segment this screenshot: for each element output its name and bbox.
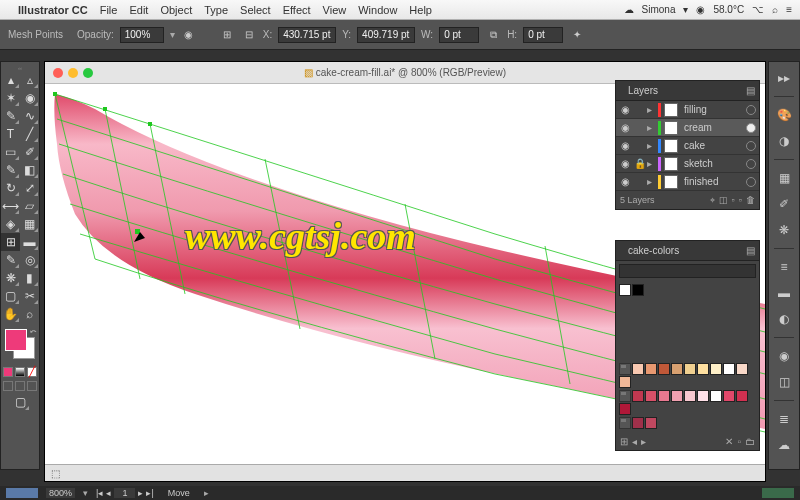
swatch[interactable] [632, 363, 644, 375]
visibility-icon[interactable]: ◉ [619, 158, 631, 169]
status-menu-icon[interactable]: ≡ [786, 4, 792, 15]
swatch-group-icon[interactable] [619, 363, 631, 375]
color-mode-gradient[interactable] [15, 367, 25, 377]
swatch[interactable] [736, 390, 748, 402]
swatch[interactable] [658, 363, 670, 375]
fill-color[interactable] [5, 329, 27, 351]
direct-selection-tool[interactable]: ▵ [20, 71, 39, 89]
paintbrush-tool[interactable]: ✐ [20, 143, 39, 161]
screen-mode[interactable]: ▢ [10, 393, 30, 411]
pen-tool[interactable]: ✎ [1, 107, 20, 125]
swatch-kinds-icon[interactable]: ◂ [632, 436, 637, 447]
status-switch-icon[interactable]: ⌥ [752, 4, 764, 15]
swatch[interactable] [710, 390, 722, 402]
target-icon[interactable] [746, 177, 756, 187]
swatch-libraries-icon[interactable]: ⊞ [620, 436, 628, 447]
swatch[interactable] [697, 363, 709, 375]
visibility-icon[interactable]: ◉ [619, 140, 631, 151]
slice-tool[interactable]: ✂ [20, 287, 39, 305]
status-user[interactable]: Simona [642, 4, 676, 15]
delete-layer-icon[interactable]: 🗑 [746, 195, 755, 206]
visibility-icon[interactable]: ◉ [619, 176, 631, 187]
layer-row-sketch[interactable]: ◉🔒▸sketch [616, 155, 759, 173]
swatch[interactable] [723, 390, 735, 402]
swatch[interactable] [632, 284, 644, 296]
thumb-2[interactable] [762, 488, 794, 498]
target-icon[interactable] [746, 159, 756, 169]
curvature-tool[interactable]: ∿ [20, 107, 39, 125]
visibility-icon[interactable]: ◉ [619, 122, 631, 133]
swatches-panel-icon[interactable]: ▦ [774, 168, 794, 188]
zoom-tool[interactable]: ⌕ [20, 305, 39, 323]
make-clipping-mask-icon[interactable]: ◫ [719, 195, 728, 206]
color-picker[interactable]: ⤺ [5, 329, 35, 359]
stroke-panel-icon[interactable]: ≡ [774, 257, 794, 277]
status-chevron-icon[interactable]: ▾ [683, 4, 688, 15]
opacity-input[interactable] [120, 27, 164, 43]
brushes-panel-icon[interactable]: ✐ [774, 194, 794, 214]
swatch[interactable] [697, 390, 709, 402]
menu-file[interactable]: File [100, 4, 118, 16]
hand-tool[interactable]: ✋ [1, 305, 20, 323]
free-transform-tool[interactable]: ▱ [20, 197, 39, 215]
menu-effect[interactable]: Effect [283, 4, 311, 16]
type-tool[interactable]: T [1, 125, 20, 143]
x-input[interactable] [278, 27, 336, 43]
target-icon[interactable] [746, 141, 756, 151]
expand-icon[interactable]: ▸ [647, 176, 655, 187]
swatch-group-icon[interactable] [619, 417, 631, 429]
symbol-sprayer-tool[interactable]: ❋ [1, 269, 20, 287]
gradient-panel-icon[interactable]: ▬ [774, 283, 794, 303]
layers-tab[interactable]: Layers [622, 83, 664, 98]
w-input[interactable] [439, 27, 479, 43]
swatches-menu-icon[interactable]: ▤ [746, 245, 755, 256]
menu-object[interactable]: Object [160, 4, 192, 16]
visibility-icon[interactable]: ◉ [619, 104, 631, 115]
opacity-chevron-icon[interactable]: ▾ [170, 29, 175, 40]
target-icon[interactable] [746, 105, 756, 115]
swatch-new-group-icon[interactable]: ▫ [737, 436, 741, 447]
graphic-styles-panel-icon[interactable]: ◫ [774, 372, 794, 392]
color-guide-panel-icon[interactable]: ◑ [774, 131, 794, 151]
status-search-icon[interactable]: ⌕ [772, 4, 778, 15]
line-tool[interactable]: ╱ [20, 125, 39, 143]
swatch-options-icon[interactable]: ✕ [725, 436, 733, 447]
swatch-next-icon[interactable]: ▸ [641, 436, 646, 447]
zoom-chevron-icon[interactable]: ▾ [83, 488, 88, 498]
swatch[interactable] [632, 390, 644, 402]
zoom-level[interactable]: 800% [46, 488, 75, 498]
shape-builder-tool[interactable]: ◈ [1, 215, 20, 233]
h-input[interactable] [523, 27, 563, 43]
app-name[interactable]: Illustrator CC [18, 4, 88, 16]
lock-icon[interactable]: 🔒 [634, 158, 644, 169]
new-sublayer-icon[interactable]: ▫ [732, 195, 735, 206]
draw-inside[interactable] [27, 381, 37, 391]
draw-normal[interactable] [3, 381, 13, 391]
artboard-tool[interactable]: ▢ [1, 287, 20, 305]
expand-icon[interactable]: ▸ [647, 158, 655, 169]
layer-row-cream[interactable]: ◉▸cream [616, 119, 759, 137]
nav-first-icon[interactable]: |◂ [96, 488, 103, 498]
menu-edit[interactable]: Edit [129, 4, 148, 16]
nav-artboard-field[interactable]: 1 [114, 488, 135, 498]
scale-tool[interactable]: ⤢ [20, 179, 39, 197]
swatch[interactable] [684, 390, 696, 402]
nav-next-icon[interactable]: ▸ [138, 488, 143, 498]
swatch[interactable] [645, 363, 657, 375]
swatch[interactable] [619, 284, 631, 296]
y-input[interactable] [357, 27, 415, 43]
layer-row-finished[interactable]: ◉▸finished [616, 173, 759, 191]
graph-tool[interactable]: ▮ [20, 269, 39, 287]
expand-icon[interactable]: ▸ [647, 104, 655, 115]
layer-name[interactable]: cake [681, 140, 743, 151]
menu-help[interactable]: Help [409, 4, 432, 16]
status-cloud-icon[interactable]: ☁ [624, 4, 634, 15]
magic-wand-tool[interactable]: ✶ [1, 89, 20, 107]
swatch[interactable] [671, 363, 683, 375]
swatch-group-icon[interactable] [619, 390, 631, 402]
layers-menu-icon[interactable]: ▤ [746, 85, 755, 96]
symbols-panel-icon[interactable]: ❋ [774, 220, 794, 240]
layer-name[interactable]: finished [681, 176, 743, 187]
draw-behind[interactable] [15, 381, 25, 391]
status-chevron-icon[interactable]: ▸ [204, 488, 209, 498]
